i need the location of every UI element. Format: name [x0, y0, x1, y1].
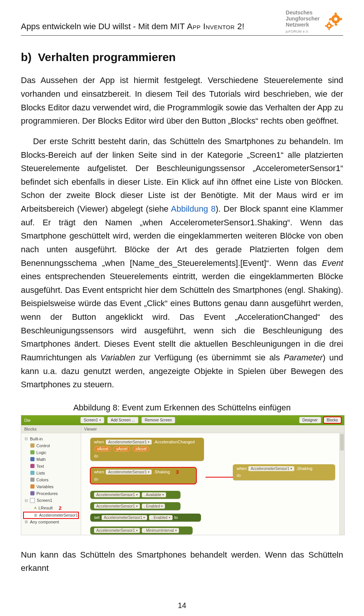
kw-when: when — [94, 440, 104, 444]
prop-avail: . Available — [144, 493, 161, 497]
para-1: Das Aussehen der App ist hiermit festgel… — [21, 74, 343, 128]
svg-point-9 — [334, 17, 337, 21]
do1: do — [94, 454, 200, 458]
logic-label: Logic — [36, 450, 46, 455]
para2-param: Parameter — [284, 353, 323, 362]
cat-control[interactable]: Control — [24, 442, 78, 449]
cat-logic[interactable]: Logic — [24, 449, 78, 456]
slot-comp7: AccelerometerSensor1 — [96, 528, 135, 533]
variables-icon — [30, 484, 35, 489]
accel-label: AccelerometerSensor1 — [39, 513, 78, 517]
tree-screen1[interactable]: ⊟Screen1 — [24, 497, 78, 504]
cat-text[interactable]: Text — [24, 463, 78, 470]
para-2: Der erste Schritt besteht darin, das Sch… — [21, 135, 343, 391]
prop-enabled: . Enabled — [144, 504, 160, 508]
block-enabled-get[interactable]: AccelerometerSensor1▾ . Enabled▾ — [90, 502, 180, 510]
blocks-button[interactable]: Blocks — [323, 417, 341, 423]
cat-variables[interactable]: Variables — [24, 483, 78, 490]
sidebar: Blocks ⊟Built-in Control Logic Math Text… — [21, 425, 81, 535]
slot-comp2: AccelerometerSensor1 — [108, 470, 147, 474]
remove-screen-button[interactable]: Remove Screen — [141, 417, 176, 423]
tree-lresult[interactable]: ALResult 2 — [24, 504, 78, 512]
header-rule — [21, 35, 343, 36]
para2-vars: Variablen — [100, 353, 135, 362]
window-title: Die — [24, 418, 77, 423]
screen-dropdown-label: Screen1 — [84, 418, 98, 422]
kw-to: to — [174, 515, 178, 520]
pill-x: xAccel — [94, 446, 111, 452]
ev-accel: .AccelerationChanged — [154, 440, 195, 444]
sensor-icon — [34, 514, 37, 517]
math-icon — [30, 457, 35, 461]
lists-label: Lists — [36, 471, 45, 475]
svg-point-15 — [328, 25, 330, 27]
block-when-shaking-flyout[interactable]: when AccelerometerSensor1▾ .Shaking 3 do — [90, 467, 196, 484]
control-label: Control — [36, 443, 50, 448]
add-screen-button[interactable]: Add Screen ... — [107, 417, 138, 423]
annotation-2: 2 — [59, 505, 61, 511]
viewer-title: Viewer — [81, 425, 344, 433]
cog-icon — [322, 11, 343, 32]
svg-rect-13 — [325, 25, 326, 27]
para2-pre: Der erste Schritt besteht darin, das Sch… — [21, 137, 343, 214]
fig-link[interactable]: Abbildung 8 — [171, 204, 216, 214]
tree-builtin[interactable]: ⊟Built-in — [24, 435, 78, 442]
after-text: Nun kann das Schütteln des Smartphones b… — [21, 548, 343, 575]
cat-colors[interactable]: Colors — [24, 476, 78, 483]
screen-icon — [30, 498, 35, 503]
block-when-accelerationchanged[interactable]: when AccelerometerSensor1▾ .Acceleration… — [90, 438, 204, 461]
anycomp-label: Any component — [30, 520, 59, 524]
worksheet[interactable]: when AccelerometerSensor1▾ .Acceleration… — [81, 433, 344, 535]
block-enabled-set[interactable]: set AccelerometerSensor1▾ . Enabled▾ to — [90, 514, 201, 522]
viewer-scrollbar[interactable] — [339, 433, 344, 535]
screen-dropdown[interactable]: Screen1 ▾ — [80, 417, 104, 423]
kw-set: set — [94, 515, 100, 520]
section-heading: b) Verhalten programmieren — [21, 51, 343, 64]
svg-rect-11 — [328, 22, 329, 23]
figure-caption: Abbildung 8: Event zum Erkennen des Schü… — [21, 403, 343, 413]
header-title-sc: MIT App Inventor 2! — [170, 22, 245, 31]
do2: do — [94, 477, 193, 481]
prop-min: . MinimumInterval — [144, 528, 174, 533]
scrollbar-thumb[interactable] — [340, 434, 344, 451]
text-label: Text — [36, 464, 44, 468]
cat-procedures[interactable]: Procedures — [24, 490, 78, 497]
builtin-label: Built-in — [30, 437, 43, 441]
block-when-shaking-placed[interactable]: when AccelerometerSensor1▾ .Shaking do — [233, 464, 335, 480]
tree-accel[interactable]: AccelerometerSensor1 — [24, 512, 78, 519]
svg-rect-12 — [328, 28, 329, 30]
screenshot: Die Screen1 ▾ Add Screen ... Remove Scre… — [21, 415, 345, 535]
pill-z: zAccel — [132, 446, 149, 452]
block-tree: ⊟Built-in Control Logic Math Text Lists … — [21, 433, 81, 528]
block-available[interactable]: AccelerometerSensor1▾ . Available▾ — [90, 491, 180, 499]
slot-comp1: AccelerometerSensor1 — [108, 440, 147, 444]
prop-enabled2: . Enabled — [151, 515, 167, 520]
logo-text: Deutsches Jungforscher Netzwerk juFORUM … — [286, 9, 320, 34]
variables-label: Variables — [36, 484, 53, 489]
procedures-label: Procedures — [36, 491, 58, 496]
colors-label: Colors — [36, 478, 49, 482]
designer-button[interactable]: Designer — [299, 417, 321, 423]
para2-post2: eines entsprechenden Steuerelements eint… — [21, 272, 343, 362]
header-title-pre: Apps entwickeln wie DU willst - Mit dem — [21, 22, 170, 31]
block-minimuminterval[interactable]: AccelerometerSensor1▾ . MinimumInterval▾ — [90, 526, 193, 534]
slot-comp4: AccelerometerSensor1 — [96, 493, 135, 497]
procedures-icon — [30, 491, 35, 495]
page-number: 14 — [0, 601, 364, 610]
viewer-panel: Viewer when AccelerometerSensor1▾ .Accel… — [81, 425, 344, 535]
colors-icon — [30, 478, 35, 482]
do3: do — [237, 473, 331, 478]
logo: Deutsches Jungforscher Netzwerk juFORUM … — [286, 9, 343, 34]
para2-post: ). Der Block spannt eine Klammer auf. Er… — [21, 204, 343, 268]
tree-anycomponent[interactable]: ⊞Any component — [24, 519, 78, 525]
para2-post3: zur Verfügung (es übernimmt sie als — [135, 353, 284, 362]
logic-icon — [30, 450, 35, 454]
kw-when3: when — [237, 466, 246, 471]
ev-shaking2: .Shaking — [296, 466, 312, 471]
cat-lists[interactable]: Lists — [24, 470, 78, 476]
annotation-3: 3 — [176, 469, 179, 475]
logo-line3: Netzwerk — [286, 22, 309, 28]
logo-sub: juFORUM e.V. — [286, 30, 309, 33]
cat-math[interactable]: Math — [24, 456, 78, 463]
sidebar-title: Blocks — [21, 425, 81, 433]
